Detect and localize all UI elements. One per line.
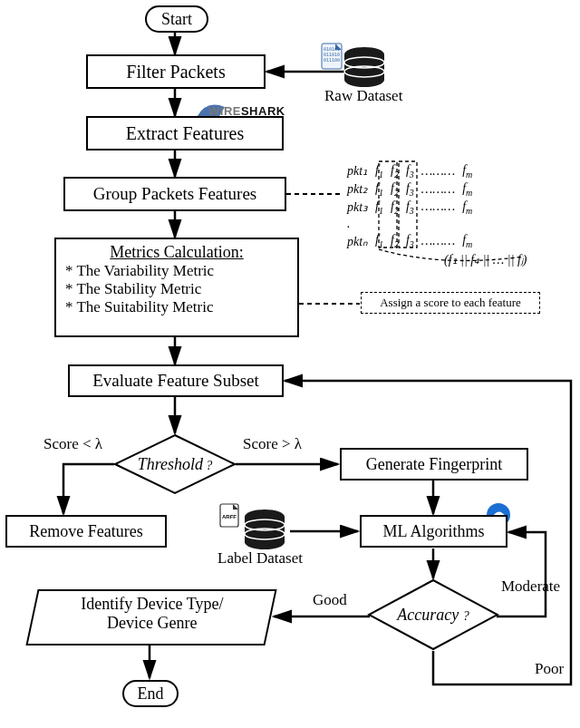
- moderate-label: Moderate: [501, 578, 560, 596]
- svg-point-15: [344, 47, 384, 62]
- metric-suitability: * The Suitability Metric: [65, 298, 288, 316]
- end-node: End: [122, 680, 179, 707]
- threshold-decision: Threshold ?: [113, 433, 237, 495]
- extract-features-box: Extract Features: [86, 116, 284, 150]
- feature-matrix: pkt₁f1f2f3………fm pkt₂f1f2f3………fm pkt₃f1f2…: [343, 161, 477, 251]
- feature-concat: (f₁ || f₄ || … || fⱼ): [444, 252, 527, 267]
- svg-point-24: [245, 529, 285, 539]
- svg-point-23: [245, 519, 285, 530]
- svg-point-17: [344, 73, 384, 87]
- metrics-box: Metrics Calculation: * The Variability M…: [54, 238, 299, 337]
- poor-label: Poor: [535, 660, 564, 678]
- assign-score-note: Assign a score to each feature: [361, 292, 540, 314]
- identify-device-box: Identify Device Type/ Device Genre: [25, 589, 276, 645]
- svg-rect-21: [245, 517, 285, 542]
- metrics-title: Metrics Calculation:: [65, 243, 288, 262]
- binary-icon-text: 010101 011010 011100: [324, 46, 340, 63]
- generate-fingerprint-box: Generate Fingerprint: [340, 448, 528, 480]
- evaluate-box: Evaluate Feature Subset: [68, 364, 284, 397]
- svg-point-20: [245, 510, 285, 524]
- good-label: Good: [313, 591, 347, 609]
- raw-dataset-label: Raw Dataset: [324, 87, 402, 105]
- score-gt-label: Score > λ: [243, 435, 302, 453]
- wireshark-label: WIRESHARK: [208, 104, 285, 118]
- filter-packets-box: Filter Packets: [86, 54, 266, 89]
- svg-marker-28: [233, 504, 238, 510]
- accuracy-decision: Accuracy ?: [367, 578, 499, 651]
- ml-algorithms-box: ML Algorithms: [360, 515, 508, 548]
- svg-point-22: [245, 535, 285, 549]
- score-lt-label: Score < λ: [44, 435, 102, 453]
- svg-rect-16: [344, 54, 384, 80]
- svg-point-19: [344, 66, 384, 77]
- arff-icon-text: ARFF: [222, 514, 237, 519]
- start-node: Start: [145, 5, 208, 33]
- remove-features-box: Remove Features: [5, 515, 167, 548]
- label-dataset-label: Label Dataset: [218, 549, 303, 568]
- metric-variability: * The Variability Metric: [65, 262, 288, 280]
- group-packets-box: Group Packets Features: [63, 177, 286, 211]
- svg-point-18: [344, 57, 384, 68]
- metric-stability: * The Stability Metric: [65, 280, 288, 298]
